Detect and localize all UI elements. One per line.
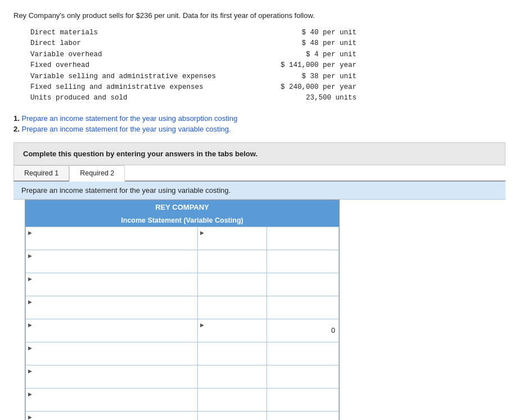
table-row — [26, 411, 339, 420]
income-statement-table: REY COMPANY Income Statement (Variable C… — [25, 200, 340, 420]
row6-label-input[interactable] — [28, 374, 195, 387]
row7-right-input[interactable] — [269, 394, 335, 406]
complete-box: Complete this question by entering your … — [13, 142, 506, 165]
row6-right-cell — [267, 365, 339, 388]
row5-right-input[interactable] — [269, 347, 335, 360]
income-table-body: 0 — [25, 227, 339, 420]
data-row-0: Direct materials $ 40 per unit — [30, 28, 506, 38]
row1-right-cell — [267, 250, 339, 273]
row0-label-cell — [26, 227, 198, 250]
numbered-item-2: 2. Prepare an income statement for the y… — [13, 125, 506, 133]
row6-mid-input[interactable] — [200, 371, 264, 383]
data-row-1: Direct labor $ 48 per unit — [30, 38, 506, 49]
data-row-3: Fixed overhead $ 141,000 per year — [30, 60, 506, 71]
table-row — [26, 365, 339, 388]
row0-mid-input[interactable] — [200, 236, 264, 249]
table-row — [26, 296, 339, 319]
row1-right-input[interactable] — [269, 255, 335, 268]
data-row-5: Fixed selling and administrative expense… — [30, 82, 506, 93]
row2-right-input[interactable] — [269, 278, 335, 291]
tabs-row: Required 1 Required 2 — [13, 165, 506, 182]
row4-label-input[interactable] — [28, 328, 195, 341]
row4-right-cell: 0 — [267, 319, 339, 342]
table-subtitle: Income Statement (Variable Costing) — [25, 214, 339, 227]
row5-mid-cell — [198, 342, 267, 365]
row1-mid-input[interactable] — [200, 255, 264, 268]
table-row: 0 — [26, 319, 339, 342]
row0-label-input[interactable] — [28, 236, 195, 249]
data-row-2: Variable overhead $ 4 per unit — [30, 49, 506, 60]
row4-mid-cell — [198, 319, 267, 342]
numbered-list: 1. Prepare an income statement for the y… — [13, 114, 506, 133]
numbered-item-1: 1. Prepare an income statement for the y… — [13, 114, 506, 123]
row7-mid-cell — [198, 388, 267, 411]
row6-mid-cell — [198, 365, 267, 388]
row4-mid-input[interactable] — [200, 328, 264, 341]
row3-label-cell — [26, 296, 198, 319]
row1-label-cell — [26, 250, 198, 273]
row5-right-cell — [267, 342, 339, 365]
row2-label-input[interactable] — [28, 282, 195, 295]
row8-mid-cell — [198, 411, 267, 420]
row3-mid-input[interactable] — [200, 301, 264, 314]
row5-label-cell — [26, 342, 198, 365]
table-row — [26, 273, 339, 296]
row2-right-cell — [267, 273, 339, 296]
table-row — [26, 342, 339, 365]
row3-right-cell — [267, 296, 339, 319]
intro-text: Rey Company's only product sells for $23… — [13, 11, 506, 20]
row8-right-cell — [267, 411, 339, 420]
row7-label-cell — [26, 388, 198, 411]
row0-right-cell — [267, 227, 339, 250]
data-row-6: Units produced and sold 23,500 units — [30, 93, 506, 103]
tab-content-label: Prepare an income statement for the year… — [13, 182, 506, 200]
table-row — [26, 388, 339, 411]
row0-right-input[interactable] — [269, 232, 335, 245]
row5-label-input[interactable] — [28, 351, 195, 364]
row7-right-cell — [267, 388, 339, 411]
row2-label-cell — [26, 273, 198, 296]
row3-label-input[interactable] — [28, 305, 195, 318]
row4-label-cell — [26, 319, 198, 342]
row3-mid-cell — [198, 296, 267, 319]
row7-mid-input[interactable] — [200, 394, 264, 406]
row2-mid-cell — [198, 273, 267, 296]
tab-required-2[interactable]: Required 2 — [69, 165, 125, 182]
table-row — [26, 250, 339, 273]
table-title: REY COMPANY — [25, 200, 339, 214]
row1-mid-cell — [198, 250, 267, 273]
table-row — [26, 227, 339, 250]
row8-right-input[interactable] — [269, 417, 335, 420]
row6-right-input[interactable] — [269, 371, 335, 383]
row8-label-cell — [26, 411, 198, 420]
row1-label-input[interactable] — [28, 259, 195, 272]
row3-right-input[interactable] — [269, 301, 335, 314]
data-table: Direct materials $ 40 per unit Direct la… — [30, 28, 506, 104]
row8-mid-input[interactable] — [200, 417, 264, 420]
row2-mid-input[interactable] — [200, 278, 264, 291]
row5-mid-input[interactable] — [200, 347, 264, 360]
row6-label-cell — [26, 365, 198, 388]
tab-required-1[interactable]: Required 1 — [13, 165, 69, 180]
data-row-4: Variable selling and administrative expe… — [30, 71, 506, 82]
row0-mid-cell — [198, 227, 267, 250]
row7-label-input[interactable] — [28, 398, 195, 410]
